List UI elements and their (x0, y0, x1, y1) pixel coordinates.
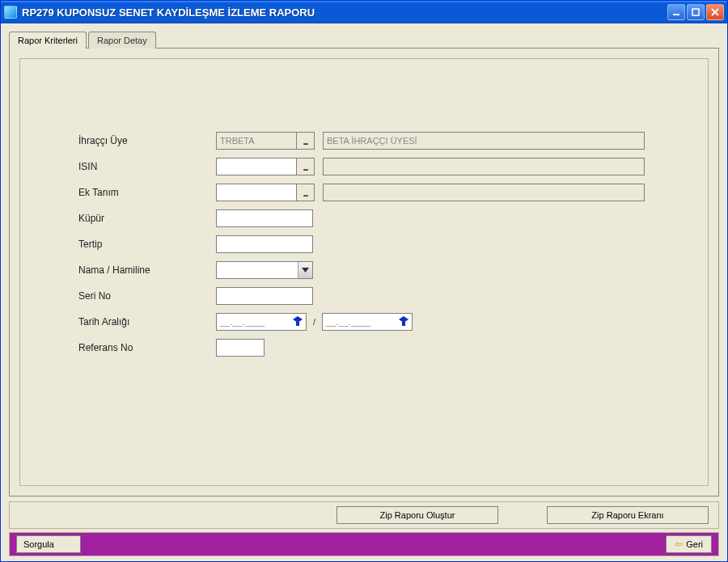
ektanim-code-input[interactable] (216, 184, 297, 201)
client-area: Rapor Kriterleri Rapor Detay İhraççı Üye… (1, 23, 727, 561)
minimize-icon (672, 8, 680, 16)
row-serino: Seri No (78, 283, 684, 309)
date-range: __.__.____ / __.__.____ (216, 313, 413, 331)
tabs-row: Rapor Kriterleri Rapor Detay (9, 28, 719, 48)
calendar-icon[interactable] (290, 314, 306, 330)
row-ihracci: İhraççı Üye ... (78, 128, 684, 154)
close-button[interactable] (706, 4, 724, 20)
sorgula-button[interactable]: Sorgula (16, 535, 81, 553)
label-serino: Seri No (78, 290, 216, 302)
svg-rect-1 (692, 9, 699, 15)
tab-panel: İhraççı Üye ... ISIN ... Ek Tanım ... (9, 48, 719, 497)
window-title: RP279 KUPONSUZ SENET KAYDİLEŞME İZLEME R… (22, 6, 667, 19)
label-ihracci: İhraççı Üye (78, 135, 216, 146)
svg-marker-5 (293, 316, 303, 323)
ihracci-lookup-button[interactable]: ... (297, 132, 315, 150)
back-arrow-icon: ⇦ (675, 539, 683, 550)
row-isin: ISIN ... (78, 154, 684, 180)
tertip-input[interactable] (216, 235, 313, 253)
date-to-text: __.__.____ (323, 317, 396, 327)
nama-selected-value (217, 262, 298, 278)
kupur-input[interactable] (216, 209, 313, 227)
row-kupur: Küpür (78, 205, 684, 231)
geri-label: Geri (686, 539, 703, 549)
svg-rect-6 (296, 322, 299, 326)
svg-marker-4 (302, 268, 309, 273)
label-nama: Nama / Hamiline (78, 264, 216, 276)
date-from-field[interactable]: __.__.____ (216, 313, 307, 331)
serino-input[interactable] (216, 287, 313, 305)
chevron-down-icon (298, 262, 312, 278)
svg-rect-8 (402, 322, 405, 326)
ektanim-desc-input (323, 184, 645, 201)
date-from-text: __.__.____ (217, 317, 290, 327)
status-bar: Sorgula ⇦ Geri (9, 532, 719, 556)
label-kupur: Küpür (78, 213, 216, 224)
isin-lookup-button[interactable]: ... (297, 158, 315, 175)
zip-create-button[interactable]: Zip Raporu Oluştur (336, 506, 498, 524)
geri-button[interactable]: ⇦ Geri (666, 535, 712, 553)
svg-rect-0 (673, 14, 679, 15)
app-icon (4, 6, 17, 19)
label-tarih: Tarih Aralığı (78, 316, 216, 327)
ihracci-desc-input (323, 132, 645, 150)
date-separator: / (313, 317, 315, 327)
row-ektanim: Ek Tanım ... (78, 180, 684, 205)
isin-desc-input (323, 158, 645, 175)
maximize-button[interactable] (687, 4, 705, 20)
label-tertip: Tertip (78, 239, 216, 250)
footer-toolbar: Zip Raporu Oluştur Zip Raporu Ekranı (9, 501, 719, 529)
title-bar: RP279 KUPONSUZ SENET KAYDİLEŞME İZLEME R… (1, 1, 727, 23)
date-to-field[interactable]: __.__.____ (322, 313, 413, 331)
calendar-icon[interactable] (396, 314, 412, 330)
zip-screen-button[interactable]: Zip Raporu Ekranı (547, 506, 709, 524)
tab-detail[interactable]: Rapor Detay (88, 32, 156, 49)
ellipsis-icon: ... (303, 137, 307, 146)
window-controls (667, 4, 724, 20)
ellipsis-icon: ... (303, 189, 307, 198)
app-window: RP279 KUPONSUZ SENET KAYDİLEŞME İZLEME R… (0, 0, 728, 562)
referans-input[interactable] (216, 339, 265, 357)
row-tarih: Tarih Aralığı __.__.____ / __.__.____ (78, 309, 684, 335)
svg-marker-7 (399, 316, 408, 323)
nama-select[interactable] (216, 261, 313, 279)
row-nama: Nama / Hamiline (78, 257, 684, 283)
criteria-frame: İhraççı Üye ... ISIN ... Ek Tanım ... (19, 58, 709, 486)
label-isin: ISIN (78, 161, 216, 172)
ektanim-lookup-button[interactable]: ... (297, 184, 315, 201)
label-referans: Referans No (78, 342, 216, 353)
close-icon (711, 8, 719, 16)
minimize-button[interactable] (667, 4, 685, 20)
maximize-icon (692, 8, 700, 16)
ihracci-code-input[interactable] (216, 132, 297, 150)
isin-code-input[interactable] (216, 158, 297, 175)
tab-criteria[interactable]: Rapor Kriterleri (9, 32, 87, 49)
row-tertip: Tertip (78, 231, 684, 257)
ellipsis-icon: ... (303, 163, 307, 172)
label-ektanim: Ek Tanım (78, 187, 216, 198)
row-referans: Referans No (78, 335, 684, 361)
